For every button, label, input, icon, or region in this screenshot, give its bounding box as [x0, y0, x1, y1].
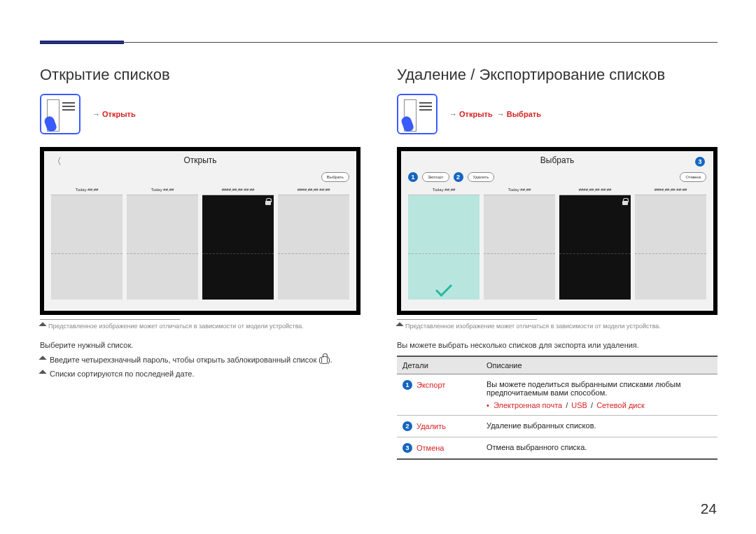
right-intro: Вы можете выбрать несколько списков для …	[397, 339, 718, 351]
gesture-thumb	[397, 94, 438, 134]
callout-1: 1	[402, 380, 412, 390]
left-title: Открытие списков	[40, 66, 360, 84]
callout-1: 1	[408, 172, 418, 182]
back-icon[interactable]: 〈	[52, 155, 62, 168]
export-button[interactable]: Экспорт	[422, 172, 449, 182]
left-body: Выберите нужный список. Введите четырехз…	[40, 339, 360, 380]
table-row: 2 Удалить Удаление выбранных списков.	[397, 415, 718, 437]
callout-3: 3	[695, 157, 705, 167]
gesture-thumb	[40, 94, 80, 134]
row-label-export: Экспорт	[416, 381, 445, 389]
note-icon	[38, 322, 46, 330]
left-caption: Представленное изображение может отличат…	[40, 323, 360, 330]
th-details: Детали	[397, 356, 481, 374]
callout-3: 3	[402, 443, 412, 453]
list-item[interactable]: ####,##,## ##:##	[635, 188, 706, 300]
details-table: Детали Описание 1 Экспорт Вы можете поде…	[397, 356, 718, 460]
lock-icon	[622, 198, 628, 205]
note-icon	[396, 322, 403, 330]
list-item[interactable]: Today ##,##	[51, 188, 122, 300]
list-item[interactable]: Today ##,##	[127, 188, 198, 300]
table-row: 3 Отмена Отмена выбранного списка.	[397, 437, 718, 459]
shot-title: Выбрать	[540, 155, 574, 165]
check-icon	[435, 280, 452, 297]
note-icon	[38, 370, 46, 377]
list-item[interactable]: ####,##,## ##:##	[202, 188, 274, 300]
th-description: Описание	[481, 356, 718, 374]
row-label-delete: Удалить	[416, 422, 446, 430]
delete-button[interactable]: Удалить	[468, 172, 495, 182]
select-button[interactable]: Выбрать	[321, 172, 349, 182]
header-rule	[40, 42, 718, 43]
left-breadcrumb: →Открыть	[90, 110, 136, 118]
right-breadcrumb: →Открыть →Выбрать	[447, 110, 541, 118]
left-column: Открытие списков →Открыть 〈 Открыть Выбр…	[40, 66, 360, 460]
right-title: Удаление / Экспортирование списков	[397, 66, 718, 84]
callout-2: 2	[402, 421, 412, 431]
right-caption: Представленное изображение может отличат…	[397, 323, 718, 330]
page-number: 24	[701, 500, 717, 517]
export-options: Электронная почта / USB / Сетевой диск	[486, 401, 712, 409]
right-column: Удаление / Экспортирование списков →Откр…	[397, 66, 718, 460]
lock-icon	[265, 198, 271, 205]
left-screenshot: 〈 Открыть Выбрать Today ##,## Today ##,#…	[40, 147, 360, 315]
row-desc: Удаление выбранных списков.	[481, 415, 718, 437]
list-item[interactable]: ####,##,## ##:##	[278, 188, 349, 300]
list-item[interactable]: Today ##,##	[484, 188, 555, 300]
note-icon	[38, 356, 46, 363]
shot-title: Открыть	[183, 155, 216, 165]
right-screenshot: Выбрать 3 1 Экспорт 2 Удалить Отмена Tod…	[397, 147, 718, 315]
list-item[interactable]: ####,##,## ##:##	[559, 188, 631, 300]
callout-2: 2	[454, 172, 463, 182]
row-label-cancel: Отмена	[416, 444, 444, 452]
lock-icon	[321, 356, 328, 364]
table-row: 1 Экспорт Вы можете поделиться выбранным…	[397, 374, 718, 415]
row-desc: Отмена выбранного списка.	[481, 437, 718, 459]
cancel-button[interactable]: Отмена	[680, 172, 706, 182]
row-desc: Вы можете поделиться выбранными списками…	[486, 380, 712, 397]
list-item[interactable]: Today ##,##	[408, 188, 479, 300]
